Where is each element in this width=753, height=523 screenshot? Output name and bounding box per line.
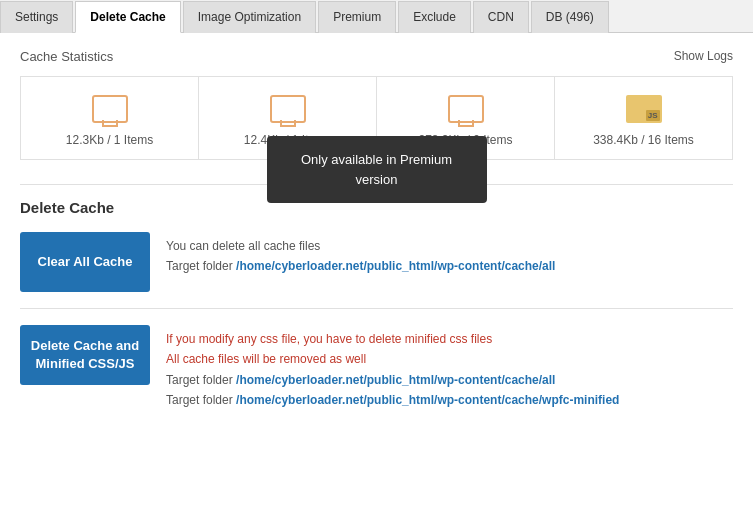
show-logs-link[interactable]: Show Logs [674, 49, 733, 63]
tab-settings[interactable]: Settings [0, 1, 73, 33]
delete-css-warning1: If you modify any css file, you have to … [166, 329, 733, 349]
tab-image-optimization[interactable]: Image Optimization [183, 1, 316, 33]
main-content: Show Logs Cache Statistics 12.3Kb / 1 It… [0, 33, 753, 523]
delete-css-path1: Target folder /home/cyberloader.net/publ… [166, 370, 733, 390]
stat-card-4: 338.4Kb / 16 Items [555, 76, 733, 160]
delete-css-path1-value: /home/cyberloader.net/public_html/wp-con… [236, 373, 555, 387]
js-icon [624, 93, 664, 125]
clear-all-path-label: Target folder [166, 259, 236, 273]
delete-css-path1-label: Target folder [166, 373, 236, 387]
tab-bar: Settings Delete Cache Image Optimization… [0, 0, 753, 33]
delete-css-button[interactable]: Delete Cache andMinified CSS/JS [20, 325, 150, 385]
delete-css-path2-label: Target folder [166, 393, 236, 407]
delete-css-row: Delete Cache andMinified CSS/JS If you m… [20, 325, 733, 411]
stat-value-1: 12.3Kb / 1 Items [31, 133, 188, 147]
delete-cache-section: Delete Cache Clear All Cache You can del… [20, 184, 733, 411]
delete-css-button-label: Delete Cache andMinified CSS/JS [31, 337, 139, 373]
monitor-icon-2 [268, 93, 308, 125]
clear-all-cache-info: You can delete all cache files Target fo… [166, 232, 733, 277]
tab-cdn[interactable]: CDN [473, 1, 529, 33]
cache-statistics-title: Cache Statistics [20, 49, 733, 64]
tab-exclude[interactable]: Exclude [398, 1, 471, 33]
clear-all-cache-button[interactable]: Clear All Cache [20, 232, 150, 292]
delete-css-path2: Target folder /home/cyberloader.net/publ… [166, 390, 733, 410]
delete-css-warning2: All cache files will be removed as well [166, 349, 733, 369]
clear-all-path-value: /home/cyberloader.net/public_html/wp-con… [236, 259, 555, 273]
delete-css-path2-value: /home/cyberloader.net/public_html/wp-con… [236, 393, 619, 407]
clear-all-cache-row: Clear All Cache You can delete all cache… [20, 232, 733, 292]
monitor-icon-3 [446, 93, 486, 125]
divider [20, 308, 733, 309]
clear-all-path: Target folder /home/cyberloader.net/publ… [166, 256, 733, 276]
tab-premium[interactable]: Premium [318, 1, 396, 33]
stats-row: 12.3Kb / 1 Items 12.4Kb / 1 Items 278.2K… [20, 76, 733, 160]
monitor-icon-1 [90, 93, 130, 125]
stat-value-4: 338.4Kb / 16 Items [565, 133, 722, 147]
tab-delete-cache[interactable]: Delete Cache [75, 1, 180, 33]
tab-db[interactable]: DB (496) [531, 1, 609, 33]
premium-tooltip: Only available in Premium version [267, 136, 487, 203]
stat-card-1: 12.3Kb / 1 Items [20, 76, 199, 160]
clear-all-desc: You can delete all cache files [166, 236, 733, 256]
delete-css-info: If you modify any css file, you have to … [166, 325, 733, 411]
